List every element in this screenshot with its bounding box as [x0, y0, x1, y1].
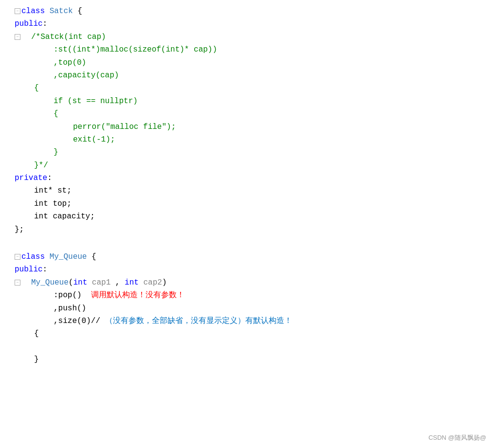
line-comment-start: −/*Satck(int cap): [15, 31, 486, 43]
line-size: ,size(0)// （没有参数，全部缺省，没有显示定义）有默认构造！: [15, 315, 486, 327]
line-private: private:: [15, 172, 486, 184]
code-block-satck: −class Satck { public: −/*Satck(int cap)…: [10, 5, 486, 236]
line-int-capacity: int capacity;: [15, 210, 486, 223]
line-int-st: int* st;: [15, 184, 486, 197]
line-myqueue-brace2: }: [15, 353, 486, 366]
line-comment-brace3: }: [15, 146, 486, 159]
line-myqueue-brace1: {: [15, 327, 486, 340]
line-public2: public:: [15, 263, 486, 276]
line-myqueue-ctor: −My_Queue(int cap1 , int cap2): [15, 276, 486, 289]
line-comment-st: :st((int*)malloc(sizeof(int)* cap)): [15, 43, 486, 56]
line-class-satck: −class Satck {: [15, 5, 486, 18]
line-push: ,push(): [15, 302, 486, 315]
line-empty: [15, 340, 486, 353]
line-end-satck: };: [15, 223, 486, 236]
line-comment-if: if (st == nullptr): [15, 95, 486, 108]
line-comment-perror: perror("malloc file");: [15, 121, 486, 133]
line-comment-top: ,top(0): [15, 56, 486, 69]
line-comment-brace1: {: [15, 82, 486, 94]
code-container: −class Satck { public: −/*Satck(int cap)…: [0, 0, 496, 371]
line-public1: public:: [15, 18, 486, 30]
line-comment-brace2: {: [15, 108, 486, 120]
line-class-myqueue: −class My_Queue {: [15, 251, 486, 263]
line-int-top: int top;: [15, 197, 486, 210]
line-comment-exit: exit(-1);: [15, 133, 486, 146]
line-comment-end: }*/: [15, 159, 486, 172]
watermark: CSDN @随风飘扬@: [428, 433, 486, 443]
line-pop: :pop() 调用默认构造！没有参数！: [15, 289, 486, 302]
code-block-myqueue: −class My_Queue { public: −My_Queue(int …: [10, 251, 486, 366]
line-comment-capacity: ,capacity(cap): [15, 69, 486, 82]
section-divider: [10, 236, 486, 251]
